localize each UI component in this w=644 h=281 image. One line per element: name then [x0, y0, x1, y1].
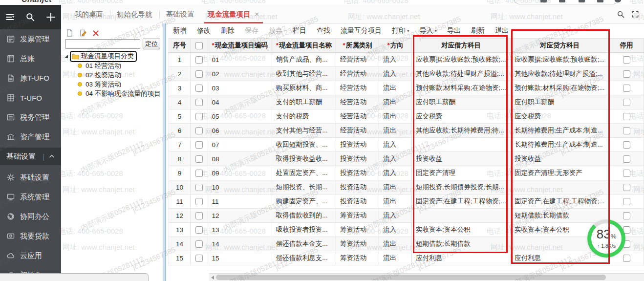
cell-select[interactable] — [191, 67, 208, 81]
checkbox-icon[interactable] — [195, 255, 203, 262]
table-row[interactable]: 808取得投资收益收...投资活动流入投资收益投资收益 — [169, 152, 644, 166]
table-row[interactable]: 303购买原材料、商...经营活动流出预付账款;材料采购;在途物资;...预付账… — [169, 81, 644, 95]
column-header-对应借方科目[interactable]: 对应借方科目 — [412, 39, 511, 53]
checkbox-icon[interactable] — [623, 255, 630, 262]
table-row[interactable]: 1212取得借款收到的...筹资活动流入短期借款;长期借款 — [169, 209, 644, 223]
sidebar-item-loan[interactable]: 我要贷款 — [0, 226, 61, 246]
toolbar-button-打印[interactable]: 打印▾ — [392, 26, 409, 35]
browser-icon[interactable] — [597, 0, 603, 2]
sidebar-item-tax[interactable]: 税务管理 — [0, 108, 61, 127]
cell-select[interactable] — [191, 95, 208, 109]
checkbox-icon[interactable] — [195, 113, 203, 120]
tree-node[interactable]: 01 经营活动 — [64, 61, 163, 70]
checkbox-icon[interactable] — [195, 141, 203, 149]
cell-disabled[interactable] — [609, 195, 644, 209]
toolbar-button-流量互分项目[interactable]: 流量互分项目 — [341, 26, 382, 35]
search-icon[interactable] — [25, 12, 35, 22]
sidebar-item-cloud[interactable]: 云应用 — [0, 246, 61, 265]
column-header-方向[interactable]: *方向 — [379, 39, 412, 53]
checkbox-icon[interactable] — [623, 127, 630, 134]
cell-disabled[interactable] — [609, 81, 644, 95]
browser-icon[interactable] — [540, 0, 547, 2]
expand-triangle-icon[interactable] — [64, 55, 68, 58]
checkbox-icon[interactable] — [623, 155, 630, 163]
toolbar-button-修改[interactable]: 修改 — [197, 26, 211, 35]
checkbox-icon[interactable] — [195, 99, 203, 106]
sidebar-item-report[interactable]: T-UFO — [0, 88, 61, 108]
toolbar-button-导入[interactable]: 导入▾ — [420, 26, 437, 35]
cell-disabled[interactable] — [609, 138, 644, 152]
checkbox-icon[interactable] — [623, 85, 630, 92]
checkbox-icon[interactable] — [623, 141, 630, 149]
sidebar-item-ufo-file[interactable]: 原T-UFO — [0, 68, 61, 88]
delete-x-icon[interactable] — [92, 29, 100, 37]
checkbox-icon[interactable] — [623, 99, 630, 106]
cell-disabled[interactable] — [609, 124, 644, 138]
column-header-所属类别[interactable]: *所属类别 — [336, 39, 379, 53]
cell-disabled[interactable] — [609, 67, 644, 81]
scroll-left-icon[interactable] — [211, 276, 214, 280]
cell-select[interactable] — [191, 124, 208, 138]
cell-disabled[interactable] — [609, 109, 644, 124]
sidebar-item-gear[interactable]: 基础设置 — [0, 168, 61, 187]
sidebar-item-bank[interactable]: 资产管理 — [0, 127, 61, 147]
table-row[interactable]: 1515偿还借款利息支...筹资活动流出应付利息应付利息 — [169, 251, 644, 265]
speed-progress-badge[interactable]: 83% ↑ 1.8K/s — [587, 219, 625, 258]
table-row[interactable]: 505支付的税费经营活动流出应交税费应交税费 — [169, 109, 644, 124]
header-select-all[interactable] — [191, 39, 208, 53]
checkbox-icon[interactable] — [195, 70, 203, 78]
checkbox-icon[interactable] — [195, 42, 203, 49]
checkbox-icon[interactable] — [195, 184, 203, 191]
table-row[interactable]: 404支付的职工薪酬经营活动流出应付职工薪酬应付职工薪酬 — [169, 95, 644, 109]
checkbox-icon[interactable] — [195, 212, 203, 219]
column-header-现金流量项目编码[interactable]: *现金流量项目编码 — [208, 39, 272, 53]
column-header-序号[interactable]: 序号 — [169, 39, 191, 53]
tab-现金流量项目[interactable]: 现金流量项目× — [201, 5, 266, 23]
table-row[interactable]: 101销售产成品、商...经营活动流入应收票据;应收账款;预收账款;...应收票… — [169, 53, 644, 67]
sidebar-item-monitor[interactable]: 系统管理 — [0, 187, 61, 207]
chevron-up-icon[interactable] — [48, 153, 55, 160]
sidebar-item-collab[interactable]: 协同办公 — [0, 207, 61, 226]
checkbox-icon[interactable] — [623, 56, 630, 64]
column-header-停用[interactable]: 停用 — [609, 39, 644, 53]
checkbox-icon[interactable] — [195, 170, 203, 177]
cell-disabled[interactable] — [609, 95, 644, 109]
cell-select[interactable] — [191, 53, 208, 67]
toolbar-button-导出[interactable]: 导出 — [447, 26, 461, 35]
cell-disabled[interactable] — [609, 209, 644, 223]
checkbox-icon[interactable] — [195, 240, 203, 248]
checkbox-icon[interactable] — [623, 70, 630, 78]
tab-初始化导航[interactable]: 初始化导航 — [110, 5, 159, 23]
cell-select[interactable] — [191, 237, 208, 251]
browser-icon[interactable] — [579, 0, 585, 2]
toolbar-button-新增[interactable]: 新增 — [173, 26, 187, 35]
toolbar-button-退出[interactable]: 退出 — [495, 26, 509, 35]
toolbar-button-删除[interactable]: 删除 — [221, 26, 235, 35]
table-row[interactable]: 1010短期投资、长期...投资活动流出短期投资;长期债券投资;长期... — [169, 180, 644, 195]
table-row[interactable]: 202收到其他与经营...经营活动流入其他应收款;待处理财产损溢;...其他应收… — [169, 67, 644, 81]
cell-disabled[interactable] — [609, 180, 644, 195]
cell-select[interactable] — [191, 251, 208, 265]
checkbox-icon[interactable] — [195, 198, 203, 205]
menu-icon[interactable] — [5, 12, 15, 22]
table-row[interactable]: 707收回短期投资、...投资活动流入长期待摊费用;生产成本;制造... — [169, 138, 644, 152]
edit-doc-icon[interactable] — [79, 29, 87, 37]
cell-disabled[interactable] — [609, 53, 644, 67]
browser-icon[interactable] — [615, 0, 621, 2]
cell-select[interactable] — [191, 209, 208, 223]
table-row[interactable]: 1313吸收投资者投资...筹资活动流入实收资本;资本公积实收资本;资本公积 — [169, 223, 644, 237]
tree-node[interactable]: 03 筹资活动 — [64, 80, 163, 89]
toolbar-button-刷新[interactable]: 刷新 — [471, 26, 485, 35]
locate-button[interactable]: 定位 — [143, 39, 160, 49]
cell-select[interactable] — [191, 166, 208, 180]
cell-select[interactable] — [191, 223, 208, 237]
cell-select[interactable] — [191, 195, 208, 209]
cell-select[interactable] — [191, 109, 208, 124]
column-header-对应贷方科目[interactable]: 对应贷方科目 — [511, 39, 609, 53]
cell-select[interactable] — [191, 152, 208, 166]
checkbox-icon[interactable] — [623, 113, 630, 120]
plus-icon[interactable] — [46, 12, 56, 22]
tab-基础设置[interactable]: 基础设置 — [159, 5, 201, 23]
tree-node[interactable]: 04 不影响现金流量的项目 — [64, 89, 163, 98]
table-row[interactable]: 1414偿还借款本金支...筹资活动流出短期借款;长期借款 — [169, 237, 644, 251]
